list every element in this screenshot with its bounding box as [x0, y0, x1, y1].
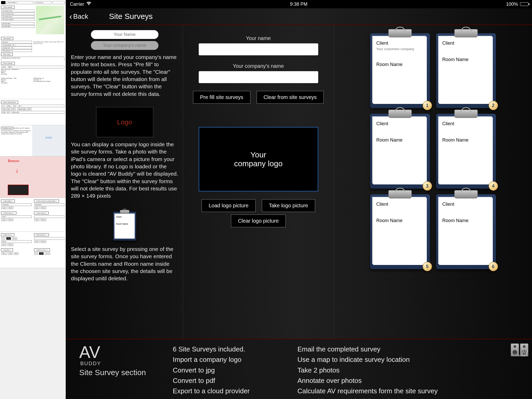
survey-client: Client — [376, 41, 424, 46]
clock: 9:38 PM — [290, 2, 307, 7]
footer-item: Send to printer — [173, 396, 287, 399]
logo-line-1: Your — [250, 150, 266, 159]
clip-icon — [388, 190, 412, 198]
footer-item: Take 2 photos — [297, 365, 438, 375]
mini-clipboard-icon: Client Room Name — [113, 210, 136, 241]
footer-buddy: BUDDY — [80, 361, 162, 367]
survey-room: Room Name — [376, 62, 424, 67]
surveys-column: Client Your customers company Room Name … — [334, 25, 532, 339]
footer-item: Convert to jpg — [173, 365, 287, 375]
take-logo-button[interactable]: Take logo picture — [262, 199, 315, 212]
thumb-7[interactable]: Display size ⓘ 4:316:916:10 Result OpenR… — [0, 232, 66, 268]
footer-brand: AV BUDDY Site Survey section — [79, 344, 162, 396]
thumb-4[interactable]: Installation notes Install the new 42" d… — [0, 125, 66, 156]
sidebar-thumbnails: — SITE SURVEY 1 Conducted by Client deta… — [0, 0, 66, 399]
instructions-column: Enter your name and your company's name … — [66, 25, 183, 339]
footer: AV BUDDY Site Survey section 6 Site Surv… — [66, 339, 532, 399]
survey-clipboard-4[interactable]: Client Room Name 4 — [436, 111, 496, 189]
footer-item: Import a company logo — [173, 354, 287, 365]
logo-preview-label: Logo — [117, 118, 132, 126]
survey-number-badge: 1 — [423, 101, 432, 110]
logo-preview-thumb: Logo — [96, 107, 153, 137]
battery-percent: 100% — [506, 2, 518, 7]
thumb-3[interactable]: Room dimensions cm ○Inches ○Feet ○Mtr ✓ … — [0, 99, 66, 125]
footer-features-2: Email the completed surveyUse a map to i… — [297, 344, 438, 396]
footer-subtitle: Site Survey section — [79, 368, 162, 377]
clip-icon — [454, 110, 478, 118]
clip-icon — [454, 190, 478, 198]
instr-name-input[interactable] — [91, 30, 158, 39]
survey-room: Room Name — [376, 137, 424, 143]
survey-client: Client — [442, 202, 490, 207]
thumb-1[interactable]: — SITE SURVEY 1 Conducted by Client deta… — [0, 0, 66, 60]
back-label: Back — [73, 12, 88, 21]
logo-line-2: company logo — [234, 159, 283, 168]
status-bar: Carrier 9:38 PM 100% — [66, 0, 532, 8]
survey-room: Room Name — [376, 218, 424, 223]
chevron-left-icon: ‹ — [69, 12, 72, 21]
survey-number-badge: 2 — [489, 101, 498, 110]
survey-client: Client — [442, 41, 490, 46]
center-column: Your name Your company's name Pre fill s… — [183, 25, 334, 339]
load-logo-button[interactable]: Load logo picture — [202, 199, 255, 212]
footer-item: Export to a cloud provider — [173, 386, 287, 396]
survey-room: Room Name — [442, 218, 490, 223]
back-button[interactable]: ‹ Back — [69, 12, 88, 21]
footer-item: Email the completed survey — [297, 344, 438, 354]
company-field-label: Your company's name — [233, 63, 284, 69]
instr-text-1: Enter your name and your company's name … — [71, 54, 178, 98]
survey-clipboard-3[interactable]: Client Room Name 3 — [370, 111, 430, 189]
page-title: Site Surveys — [109, 12, 152, 21]
clip-icon — [388, 29, 412, 37]
survey-clipboard-2[interactable]: Client Room Name 2 — [436, 30, 496, 108]
footer-features-1: 6 Site Surveys included.Import a company… — [173, 344, 287, 396]
clip-icon — [454, 29, 478, 37]
av-buddy-logo: AVBUDDY — [511, 343, 528, 356]
survey-company: Your customers company — [376, 47, 424, 51]
thumb-2[interactable]: Room details Name Office 1 Wall construc… — [0, 60, 66, 99]
speaker-icon — [511, 343, 519, 356]
clip-icon — [388, 110, 412, 118]
prefill-button[interactable]: Pre fill site surveys — [193, 91, 250, 104]
thumb-5[interactable]: Remove ↓ — [0, 156, 66, 198]
survey-number-badge: 6 — [489, 262, 498, 271]
footer-item: Convert to pdf — [173, 375, 287, 386]
wifi-icon — [86, 2, 91, 6]
footer-item: Record important site information — [297, 396, 438, 399]
survey-client: Client — [376, 202, 424, 207]
footer-av: AV — [79, 344, 162, 361]
instr-company-input[interactable] — [91, 41, 158, 50]
clear-logo-button[interactable]: Clear logo picture — [231, 215, 286, 227]
clear-surveys-button[interactable]: Clear from site surveys — [257, 91, 324, 104]
company-input[interactable] — [199, 71, 318, 83]
carrier-label: Carrier — [70, 2, 84, 7]
thumb-6[interactable]: Image height ⓘ Calculated OpenResult Fur… — [0, 198, 66, 232]
footer-item: 6 Site Surveys included. — [173, 344, 287, 354]
instr-text-2: You can display a company logo inside th… — [71, 141, 178, 200]
survey-number-badge: 3 — [423, 181, 432, 191]
survey-number-badge: 4 — [489, 181, 498, 191]
survey-room: Room Name — [442, 137, 490, 143]
survey-client: Client — [376, 121, 424, 127]
footer-item: Use a map to indicate survey location — [297, 354, 438, 365]
name-field-label: Your name — [246, 35, 271, 41]
survey-room: Room Name — [442, 57, 490, 62]
survey-client: Client — [442, 121, 490, 127]
company-logo-box[interactable]: Your company logo — [199, 127, 318, 191]
nav-header: ‹ Back Site Surveys — [66, 8, 532, 25]
footer-item: Calculate AV requirements form the site … — [297, 386, 438, 396]
survey-number-badge: 5 — [423, 262, 432, 271]
survey-clipboard-6[interactable]: Client Room Name 6 — [436, 191, 496, 269]
survey-clipboard-1[interactable]: Client Your customers company Room Name … — [370, 30, 430, 108]
instr-text-3: Select a site survey by pressing one of … — [71, 245, 178, 282]
battery-icon — [520, 2, 528, 6]
footer-item: Annotate over photos — [297, 375, 438, 386]
name-input[interactable] — [199, 43, 318, 55]
survey-clipboard-5[interactable]: Client Room Name 5 — [370, 191, 430, 269]
